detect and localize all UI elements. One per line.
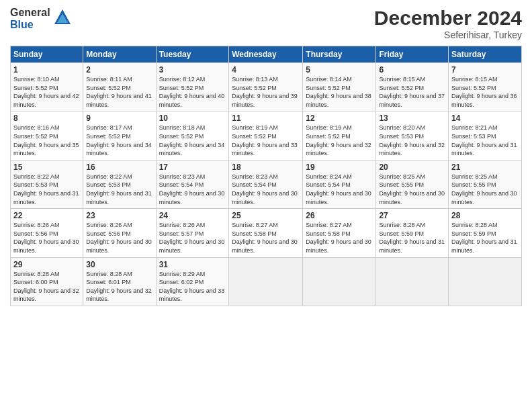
day-info: Sunrise: 8:19 AMSunset: 5:52 PMDaylight:… — [232, 124, 300, 157]
day-number: 20 — [379, 163, 445, 172]
calendar-day-16: 16Sunrise: 8:22 AMSunset: 5:53 PMDayligh… — [83, 160, 156, 208]
day-number: 5 — [306, 65, 373, 75]
day-info: Sunrise: 8:12 AMSunset: 5:52 PMDaylight:… — [159, 75, 226, 109]
day-number: 11 — [232, 113, 300, 123]
day-info: Sunrise: 8:20 AMSunset: 5:53 PMDaylight:… — [379, 124, 445, 157]
day-number: 29 — [13, 260, 80, 269]
day-number: 21 — [451, 163, 519, 172]
day-number: 28 — [451, 211, 519, 220]
col-header-thursday: Thursday — [303, 46, 376, 63]
calendar-day-23: 23Sunrise: 8:26 AMSunset: 5:56 PMDayligh… — [83, 209, 156, 257]
day-number: 6 — [379, 65, 445, 75]
day-number: 17 — [159, 163, 226, 172]
day-number: 9 — [86, 113, 152, 123]
day-info: Sunrise: 8:17 AMSunset: 5:52 PMDaylight:… — [86, 124, 152, 157]
day-info: Sunrise: 8:19 AMSunset: 5:52 PMDaylight:… — [306, 124, 373, 157]
day-number: 4 — [232, 65, 300, 75]
calendar-day-7: 7Sunrise: 8:15 AMSunset: 5:52 PMDaylight… — [449, 63, 522, 111]
logo-line2: Blue — [10, 19, 50, 31]
empty-cell — [376, 257, 449, 306]
day-info: Sunrise: 8:21 AMSunset: 5:53 PMDaylight:… — [451, 124, 519, 157]
calendar-day-13: 13Sunrise: 8:20 AMSunset: 5:53 PMDayligh… — [376, 111, 449, 160]
calendar-week-2: 8Sunrise: 8:16 AMSunset: 5:52 PMDaylight… — [11, 111, 522, 160]
calendar-day-22: 22Sunrise: 8:26 AMSunset: 5:56 PMDayligh… — [11, 209, 83, 257]
day-info: Sunrise: 8:18 AMSunset: 5:52 PMDaylight:… — [159, 124, 226, 157]
calendar-week-4: 22Sunrise: 8:26 AMSunset: 5:56 PMDayligh… — [11, 209, 522, 257]
logo-line1: General — [10, 7, 50, 19]
col-header-wednesday: Wednesday — [229, 46, 303, 63]
calendar-day-2: 2Sunrise: 8:11 AMSunset: 5:52 PMDaylight… — [83, 63, 156, 111]
logo: General Blue — [10, 7, 72, 30]
empty-cell — [229, 257, 303, 306]
day-number: 8 — [13, 113, 80, 123]
day-number: 31 — [159, 260, 226, 269]
day-number: 7 — [451, 65, 519, 75]
month-title: December 2024 — [374, 7, 522, 30]
day-number: 18 — [232, 163, 300, 172]
day-info: Sunrise: 8:26 AMSunset: 5:57 PMDaylight:… — [159, 221, 226, 255]
day-info: Sunrise: 8:24 AMSunset: 5:54 PMDaylight:… — [306, 173, 373, 206]
day-info: Sunrise: 8:26 AMSunset: 5:56 PMDaylight:… — [13, 221, 80, 255]
day-info: Sunrise: 8:15 AMSunset: 5:52 PMDaylight:… — [379, 75, 445, 109]
col-header-saturday: Saturday — [449, 46, 522, 63]
day-info: Sunrise: 8:15 AMSunset: 5:52 PMDaylight:… — [451, 75, 519, 109]
day-info: Sunrise: 8:23 AMSunset: 5:54 PMDaylight:… — [159, 173, 226, 206]
day-info: Sunrise: 8:29 AMSunset: 6:02 PMDaylight:… — [159, 270, 226, 304]
calendar-day-20: 20Sunrise: 8:25 AMSunset: 5:55 PMDayligh… — [376, 160, 449, 208]
day-number: 24 — [159, 211, 226, 220]
day-info: Sunrise: 8:28 AMSunset: 5:59 PMDaylight:… — [379, 221, 445, 255]
day-info: Sunrise: 8:22 AMSunset: 5:53 PMDaylight:… — [86, 173, 152, 206]
calendar-day-6: 6Sunrise: 8:15 AMSunset: 5:52 PMDaylight… — [376, 63, 449, 111]
day-info: Sunrise: 8:16 AMSunset: 5:52 PMDaylight:… — [13, 124, 80, 157]
day-info: Sunrise: 8:10 AMSunset: 5:52 PMDaylight:… — [13, 75, 80, 109]
logo-icon — [53, 8, 72, 30]
day-number: 19 — [306, 163, 373, 172]
logo-text: General Blue — [10, 7, 72, 30]
calendar-day-18: 18Sunrise: 8:23 AMSunset: 5:54 PMDayligh… — [229, 160, 303, 208]
calendar-day-21: 21Sunrise: 8:25 AMSunset: 5:55 PMDayligh… — [449, 160, 522, 208]
day-number: 13 — [379, 113, 445, 123]
day-info: Sunrise: 8:27 AMSunset: 5:58 PMDaylight:… — [232, 221, 300, 255]
day-number: 26 — [306, 211, 373, 220]
calendar-week-3: 15Sunrise: 8:22 AMSunset: 5:53 PMDayligh… — [11, 160, 522, 208]
title-block: December 2024 Seferihisar, Turkey — [374, 7, 522, 40]
day-number: 15 — [13, 163, 80, 172]
day-number: 3 — [159, 65, 226, 75]
day-info: Sunrise: 8:28 AMSunset: 6:00 PMDaylight:… — [13, 270, 80, 304]
calendar-day-27: 27Sunrise: 8:28 AMSunset: 5:59 PMDayligh… — [376, 209, 449, 257]
calendar-day-5: 5Sunrise: 8:14 AMSunset: 5:52 PMDaylight… — [303, 63, 376, 111]
empty-cell — [303, 257, 376, 306]
day-info: Sunrise: 8:13 AMSunset: 5:52 PMDaylight:… — [232, 75, 300, 109]
subtitle: Seferihisar, Turkey — [374, 30, 522, 40]
day-number: 30 — [86, 260, 152, 269]
day-info: Sunrise: 8:22 AMSunset: 5:53 PMDaylight:… — [13, 173, 80, 206]
day-info: Sunrise: 8:14 AMSunset: 5:52 PMDaylight:… — [306, 75, 373, 109]
empty-cell — [449, 257, 522, 306]
calendar-day-24: 24Sunrise: 8:26 AMSunset: 5:57 PMDayligh… — [156, 209, 229, 257]
calendar-day-10: 10Sunrise: 8:18 AMSunset: 5:52 PMDayligh… — [156, 111, 229, 160]
calendar-day-8: 8Sunrise: 8:16 AMSunset: 5:52 PMDaylight… — [11, 111, 83, 160]
day-info: Sunrise: 8:26 AMSunset: 5:56 PMDaylight:… — [86, 221, 152, 255]
page: General Blue December 2024 Seferihisar, … — [0, 0, 532, 313]
calendar-day-26: 26Sunrise: 8:27 AMSunset: 5:58 PMDayligh… — [303, 209, 376, 257]
calendar-week-1: 1Sunrise: 8:10 AMSunset: 5:52 PMDaylight… — [11, 63, 522, 111]
day-info: Sunrise: 8:28 AMSunset: 5:59 PMDaylight:… — [451, 221, 519, 255]
calendar-day-14: 14Sunrise: 8:21 AMSunset: 5:53 PMDayligh… — [449, 111, 522, 160]
day-number: 2 — [86, 65, 152, 75]
header: General Blue December 2024 Seferihisar, … — [10, 7, 522, 40]
calendar-day-15: 15Sunrise: 8:22 AMSunset: 5:53 PMDayligh… — [11, 160, 83, 208]
calendar-table: SundayMondayTuesdayWednesdayThursdayFrid… — [10, 46, 522, 306]
calendar-day-19: 19Sunrise: 8:24 AMSunset: 5:54 PMDayligh… — [303, 160, 376, 208]
day-info: Sunrise: 8:28 AMSunset: 6:01 PMDaylight:… — [86, 270, 152, 304]
calendar-day-9: 9Sunrise: 8:17 AMSunset: 5:52 PMDaylight… — [83, 111, 156, 160]
day-info: Sunrise: 8:27 AMSunset: 5:58 PMDaylight:… — [306, 221, 373, 255]
calendar-header-row: SundayMondayTuesdayWednesdayThursdayFrid… — [11, 46, 522, 63]
day-number: 10 — [159, 113, 226, 123]
day-number: 25 — [232, 211, 300, 220]
calendar-day-11: 11Sunrise: 8:19 AMSunset: 5:52 PMDayligh… — [229, 111, 303, 160]
calendar-day-12: 12Sunrise: 8:19 AMSunset: 5:52 PMDayligh… — [303, 111, 376, 160]
day-number: 22 — [13, 211, 80, 220]
day-number: 23 — [86, 211, 152, 220]
calendar-day-25: 25Sunrise: 8:27 AMSunset: 5:58 PMDayligh… — [229, 209, 303, 257]
col-header-friday: Friday — [376, 46, 449, 63]
